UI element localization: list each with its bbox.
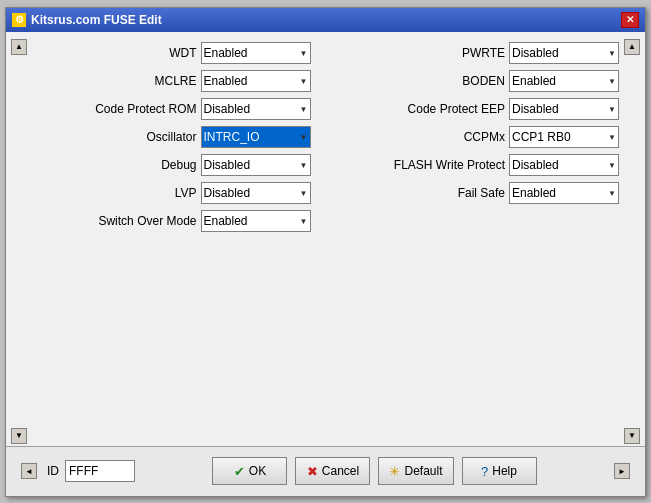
pwrte-select[interactable]: Enabled Disabled bbox=[509, 42, 619, 64]
flash-write-protect-select-wrapper: Enabled Disabled bbox=[509, 154, 619, 176]
left-scroll-up[interactable]: ▲ bbox=[11, 39, 27, 55]
mclre-label: MCLRE bbox=[154, 74, 196, 88]
pwrte-select-wrapper: Enabled Disabled bbox=[509, 42, 619, 64]
lvp-row: LVP Enabled Disabled bbox=[32, 182, 311, 204]
switch-over-select-wrapper: Enabled Disabled bbox=[201, 210, 311, 232]
ccpmx-select-wrapper: CCP1 RB0 CCP1 RB3 bbox=[509, 126, 619, 148]
footer-left-arrow[interactable]: ◄ bbox=[21, 463, 37, 479]
code-protect-eep-select-wrapper: Enabled Disabled bbox=[509, 98, 619, 120]
ok-icon: ✔ bbox=[234, 464, 245, 479]
ccpmx-select[interactable]: CCP1 RB0 CCP1 RB3 bbox=[509, 126, 619, 148]
pwrte-label: PWRTE bbox=[462, 46, 505, 60]
form-container: WDT Enabled Disabled MCLRE bbox=[27, 37, 624, 446]
flash-write-protect-row: FLASH Write Protect Enabled Disabled bbox=[341, 154, 620, 176]
wdt-label: WDT bbox=[169, 46, 196, 60]
mclre-row: MCLRE Enabled Disabled bbox=[32, 70, 311, 92]
code-protect-rom-select-wrapper: Enabled Disabled bbox=[201, 98, 311, 120]
code-protect-rom-row: Code Protect ROM Enabled Disabled bbox=[32, 98, 311, 120]
fail-safe-select-wrapper: Enabled Disabled bbox=[509, 182, 619, 204]
id-area: ID bbox=[47, 460, 135, 482]
flash-write-protect-select[interactable]: Enabled Disabled bbox=[509, 154, 619, 176]
ccpmx-label: CCPMx bbox=[464, 130, 505, 144]
oscillator-label: Oscillator bbox=[146, 130, 196, 144]
left-form-column: WDT Enabled Disabled MCLRE bbox=[32, 42, 311, 441]
cancel-label: Cancel bbox=[322, 464, 359, 478]
help-icon: ? bbox=[481, 464, 488, 479]
lvp-select[interactable]: Enabled Disabled bbox=[201, 182, 311, 204]
mclre-select-wrapper: Enabled Disabled bbox=[201, 70, 311, 92]
default-button[interactable]: ✳ Default bbox=[378, 457, 453, 485]
footer-buttons: ✔ OK ✖ Cancel ✳ Default ? Help bbox=[145, 457, 604, 485]
id-input[interactable] bbox=[65, 460, 135, 482]
left-scrollbar: ▲ ▼ bbox=[11, 37, 27, 446]
window-title: Kitsrus.com FUSE Edit bbox=[31, 13, 162, 27]
flash-write-protect-label: FLASH Write Protect bbox=[394, 158, 505, 172]
mclre-select[interactable]: Enabled Disabled bbox=[201, 70, 311, 92]
oscillator-row: Oscillator INTRC_IO INTRC EXTRC LP XT HS… bbox=[32, 126, 311, 148]
right-scrollbar: ▲ ▼ bbox=[624, 37, 640, 446]
title-bar: ⚙ Kitsrus.com FUSE Edit ✕ bbox=[6, 8, 645, 32]
ok-button[interactable]: ✔ OK bbox=[212, 457, 287, 485]
boden-row: BODEN Enabled Disabled bbox=[341, 70, 620, 92]
debug-select-wrapper: Enabled Disabled bbox=[201, 154, 311, 176]
title-bar-left: ⚙ Kitsrus.com FUSE Edit bbox=[12, 13, 162, 27]
debug-row: Debug Enabled Disabled bbox=[32, 154, 311, 176]
window-icon: ⚙ bbox=[12, 13, 26, 27]
right-scroll-down[interactable]: ▼ bbox=[624, 428, 640, 444]
debug-select[interactable]: Enabled Disabled bbox=[201, 154, 311, 176]
lvp-select-wrapper: Enabled Disabled bbox=[201, 182, 311, 204]
pwrte-row: PWRTE Enabled Disabled bbox=[341, 42, 620, 64]
wdt-row: WDT Enabled Disabled bbox=[32, 42, 311, 64]
cancel-button[interactable]: ✖ Cancel bbox=[295, 457, 370, 485]
code-protect-eep-label: Code Protect EEP bbox=[408, 102, 505, 116]
lvp-label: LVP bbox=[175, 186, 197, 200]
debug-label: Debug bbox=[161, 158, 196, 172]
help-label: Help bbox=[492, 464, 517, 478]
boden-label: BODEN bbox=[462, 74, 505, 88]
fail-safe-row: Fail Safe Enabled Disabled bbox=[341, 182, 620, 204]
wdt-select[interactable]: Enabled Disabled bbox=[201, 42, 311, 64]
close-button[interactable]: ✕ bbox=[621, 12, 639, 28]
right-scroll-up[interactable]: ▲ bbox=[624, 39, 640, 55]
default-icon: ✳ bbox=[389, 464, 400, 479]
id-label: ID bbox=[47, 464, 59, 478]
wdt-select-wrapper: Enabled Disabled bbox=[201, 42, 311, 64]
boden-select-wrapper: Enabled Disabled bbox=[509, 70, 619, 92]
cancel-icon: ✖ bbox=[307, 464, 318, 479]
default-label: Default bbox=[404, 464, 442, 478]
switch-over-label: Switch Over Mode bbox=[98, 214, 196, 228]
switch-over-select[interactable]: Enabled Disabled bbox=[201, 210, 311, 232]
fail-safe-label: Fail Safe bbox=[458, 186, 505, 200]
column-spacer bbox=[311, 42, 341, 441]
footer-right-arrow[interactable]: ► bbox=[614, 463, 630, 479]
content-area: ▲ ▼ WDT Enabled Disabled bbox=[6, 32, 645, 496]
fail-safe-select[interactable]: Enabled Disabled bbox=[509, 182, 619, 204]
ccpmx-row: CCPMx CCP1 RB0 CCP1 RB3 bbox=[341, 126, 620, 148]
footer: ◄ ID ✔ OK ✖ Cancel ✳ Default bbox=[6, 446, 645, 496]
code-protect-eep-row: Code Protect EEP Enabled Disabled bbox=[341, 98, 620, 120]
ok-label: OK bbox=[249, 464, 266, 478]
code-protect-rom-label: Code Protect ROM bbox=[95, 102, 196, 116]
oscillator-select[interactable]: INTRC_IO INTRC EXTRC LP XT HS EC bbox=[201, 126, 311, 148]
code-protect-eep-select[interactable]: Enabled Disabled bbox=[509, 98, 619, 120]
left-scroll-down[interactable]: ▼ bbox=[11, 428, 27, 444]
help-button[interactable]: ? Help bbox=[462, 457, 537, 485]
right-form-column: PWRTE Enabled Disabled BODEN bbox=[341, 42, 620, 441]
boden-select[interactable]: Enabled Disabled bbox=[509, 70, 619, 92]
switch-over-row: Switch Over Mode Enabled Disabled bbox=[32, 210, 311, 232]
code-protect-rom-select[interactable]: Enabled Disabled bbox=[201, 98, 311, 120]
oscillator-select-wrapper: INTRC_IO INTRC EXTRC LP XT HS EC bbox=[201, 126, 311, 148]
main-window: ⚙ Kitsrus.com FUSE Edit ✕ ▲ ▼ WDT bbox=[5, 7, 646, 497]
